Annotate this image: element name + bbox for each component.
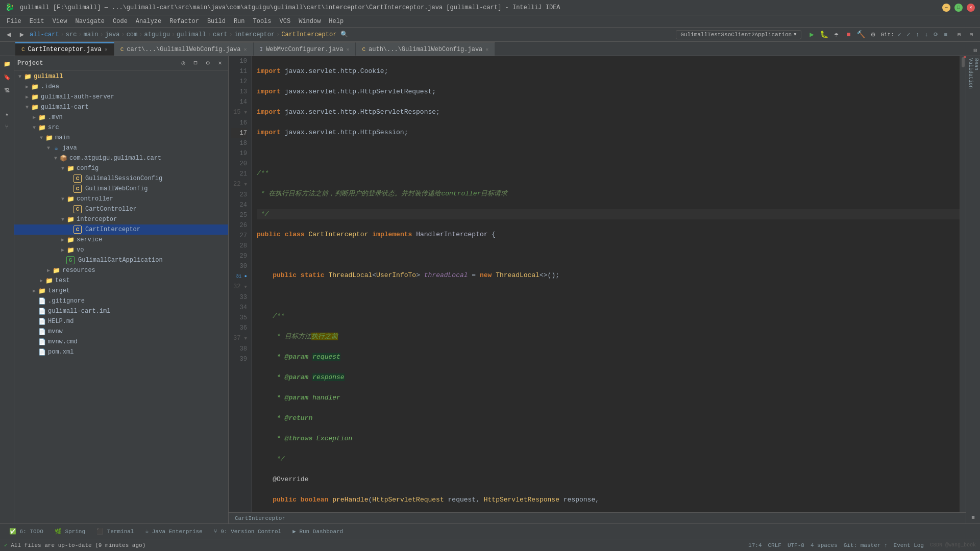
tab-cartinterceptor[interactable]: C CartInterceptor.java ✕ — [15, 42, 114, 56]
tree-item-gulimall[interactable]: ▼ 📁 gulimall — [14, 71, 228, 82]
bottom-tab-todo[interactable]: ✅ 6: TODO — [4, 527, 48, 536]
nav-back[interactable]: ◀ — [3, 29, 14, 40]
menu-window[interactable]: Window — [295, 17, 325, 26]
tab-split-view[interactable]: ⊟ — [970, 45, 980, 56]
right-more-icon[interactable]: ≡ — [968, 512, 979, 523]
menu-code[interactable]: Code — [109, 17, 132, 26]
menu-file[interactable]: File — [3, 17, 26, 26]
nav-forward[interactable]: ▶ — [16, 29, 28, 40]
tab-webmvcconfigurer[interactable]: I WebMvcConfigurer.java ✕ — [254, 42, 356, 56]
tab-gulimallwebconfig-cart[interactable]: C cart\...\GulimallWebConfig.java ✕ — [114, 42, 254, 56]
breadcrumb-all-cart[interactable]: all-cart — [30, 31, 59, 38]
tree-item-test[interactable]: ▶ 📁 test — [14, 276, 228, 286]
menu-refactor[interactable]: Refactor — [165, 17, 203, 26]
menu-edit[interactable]: Edit — [26, 17, 48, 26]
bottom-tab-terminal[interactable]: ⬛ Terminal — [91, 527, 139, 536]
tree-item-gulimall-session-config[interactable]: ▶ C GulimallSessionConfig — [14, 173, 228, 184]
tree-item-config[interactable]: ▼ 📁 config — [14, 163, 228, 173]
bottom-tab-java-enterprise[interactable]: ☕ Java Enterprise — [140, 527, 207, 536]
close-tab-webmvcconfigurer[interactable]: ✕ — [346, 46, 349, 53]
close-tab-cartinterceptor[interactable]: ✕ — [105, 46, 108, 53]
breadcrumb-cartinterceptor[interactable]: CartInterceptor — [281, 31, 336, 38]
menu-analyze[interactable]: Analyze — [132, 17, 165, 26]
tree-item-cart-interceptor[interactable]: ▶ C CartInterceptor — [14, 224, 228, 235]
menu-help[interactable]: Help — [325, 17, 348, 26]
run-with-coverage[interactable]: ☂ — [831, 29, 842, 40]
build-button[interactable]: 🔨 — [855, 29, 867, 40]
breadcrumb-atguigu[interactable]: atguigu — [144, 31, 169, 38]
git-more[interactable]: ≡ — [942, 31, 949, 39]
close-button[interactable]: ✕ — [967, 4, 975, 12]
tree-item-mvn[interactable]: ▶ 📁 .mvn — [14, 112, 228, 122]
panel-settings[interactable]: ⊟ — [966, 29, 977, 40]
breadcrumb-interceptor[interactable]: interceptor — [234, 31, 275, 38]
run-config-selector[interactable]: GulimallTestSsoClient2Application ▼ — [676, 30, 801, 39]
bottom-tab-version-control[interactable]: ⑂ 9: Version Control — [209, 527, 286, 536]
menu-navigate[interactable]: Navigate — [71, 17, 109, 26]
tree-item-com-atguigu[interactable]: ▼ 📦 com.atguigu.gulimall.cart — [14, 153, 228, 163]
side-favorites-icon[interactable]: ★ — [2, 108, 13, 119]
git-update[interactable]: ✓ — [896, 30, 903, 39]
side-structure-icon[interactable]: 🏗 — [2, 85, 13, 96]
tree-item-main[interactable]: ▼ 📁 main — [14, 133, 228, 143]
line-ending[interactable]: CRLF — [768, 542, 781, 548]
tree-item-gulimall-cart-application[interactable]: ▶ G GulimallCartApplication — [14, 255, 228, 265]
bottom-tab-run-dashboard[interactable]: ▶ Run Dashboard — [287, 527, 348, 536]
more-run-options[interactable]: ⚙ — [868, 29, 879, 40]
locate-file-btn[interactable]: ◎ — [178, 58, 188, 68]
tree-item-pomxml[interactable]: ▶ 📄 pom.xml — [14, 347, 228, 357]
tree-item-resources[interactable]: ▶ 📁 resources — [14, 265, 228, 276]
maximize-button[interactable]: □ — [954, 4, 963, 12]
breadcrumb-com[interactable]: com — [127, 31, 138, 38]
tree-item-mvnw[interactable]: ▶ 📄 mvnw — [14, 327, 228, 337]
tree-item-src[interactable]: ▼ 📁 src — [14, 122, 228, 133]
breadcrumb-src[interactable]: src — [66, 31, 77, 38]
panel-layout[interactable]: ⊞ — [953, 29, 965, 40]
tree-item-idea[interactable]: ▶ 📁 .idea — [14, 82, 228, 92]
menu-run[interactable]: Run — [230, 17, 249, 26]
git-history[interactable]: ⟳ — [932, 30, 940, 39]
git-push[interactable]: ↑ — [914, 31, 921, 39]
encoding[interactable]: UTF-8 — [788, 542, 804, 548]
git-pull[interactable]: ↓ — [923, 31, 930, 39]
indent-info[interactable]: 4 spaces — [811, 542, 838, 548]
tree-item-cart-controller[interactable]: ▶ C CartController — [14, 204, 228, 214]
tree-item-mvnw-cmd[interactable]: ▶ 📄 mvnw.cmd — [14, 337, 228, 347]
close-tab-gulimallwebconfig-cart[interactable]: ✕ — [244, 46, 247, 53]
navigation-search[interactable]: 🔍 — [338, 29, 350, 40]
close-sidebar-btn[interactable]: ✕ — [215, 58, 225, 68]
bottom-tab-spring[interactable]: 🌿 Spring — [50, 527, 90, 536]
menu-vcs[interactable]: VCS — [276, 17, 295, 26]
tree-item-auth-server[interactable]: ▶ 📁 gulimall-auth-server — [14, 92, 228, 102]
tree-item-interceptor[interactable]: ▼ 📁 interceptor — [14, 214, 228, 224]
tree-item-gulimall-web-config[interactable]: ▶ C GulimallWebConfig — [14, 184, 228, 194]
collapse-all-btn[interactable]: ⊟ — [190, 58, 201, 68]
git-commit[interactable]: ✓ — [905, 30, 913, 39]
tree-item-gitignore[interactable]: ▶ 📄 .gitignore — [14, 296, 228, 306]
tree-item-java[interactable]: ▼ ☕ java — [14, 143, 228, 153]
tree-item-service[interactable]: ▶ 📁 service — [14, 235, 228, 245]
side-project-icon[interactable]: 📁 — [2, 58, 13, 69]
side-git-icon[interactable]: ⑂ — [2, 121, 13, 133]
tree-item-controller[interactable]: ▼ 📁 controller — [14, 194, 228, 204]
breadcrumb-main[interactable]: main — [84, 31, 99, 38]
close-tab-gulimallwebconfig-auth[interactable]: ✕ — [485, 46, 488, 53]
run-button[interactable]: ▶ — [806, 29, 818, 40]
event-log[interactable]: Event Log — [894, 542, 924, 548]
tree-item-vo[interactable]: ▶ 📁 vo — [14, 245, 228, 255]
settings-btn[interactable]: ⚙ — [203, 58, 213, 68]
tree-item-iml[interactable]: ▶ 📄 gulimall-cart.iml — [14, 306, 228, 316]
breadcrumb-java[interactable]: java — [105, 31, 120, 38]
right-validation-icon[interactable]: Bean Validation — [968, 58, 979, 99]
breadcrumb-cart[interactable]: cart — [213, 31, 228, 38]
code-content[interactable]: import javax.servlet.http.Cookie; import… — [252, 56, 960, 512]
side-bookmark-icon[interactable]: 🔖 — [2, 71, 13, 83]
menu-build[interactable]: Build — [203, 17, 230, 26]
debug-button[interactable]: 🐛 — [819, 29, 830, 40]
git-branch[interactable]: Git: master ↑ — [844, 542, 888, 548]
scroll-indicator[interactable] — [960, 56, 966, 512]
stop-button[interactable]: ■ — [843, 29, 854, 40]
tree-item-gulimall-cart[interactable]: ▼ 📁 gulimall-cart — [14, 102, 228, 112]
menu-tools[interactable]: Tools — [249, 17, 276, 26]
menu-view[interactable]: View — [48, 17, 71, 26]
